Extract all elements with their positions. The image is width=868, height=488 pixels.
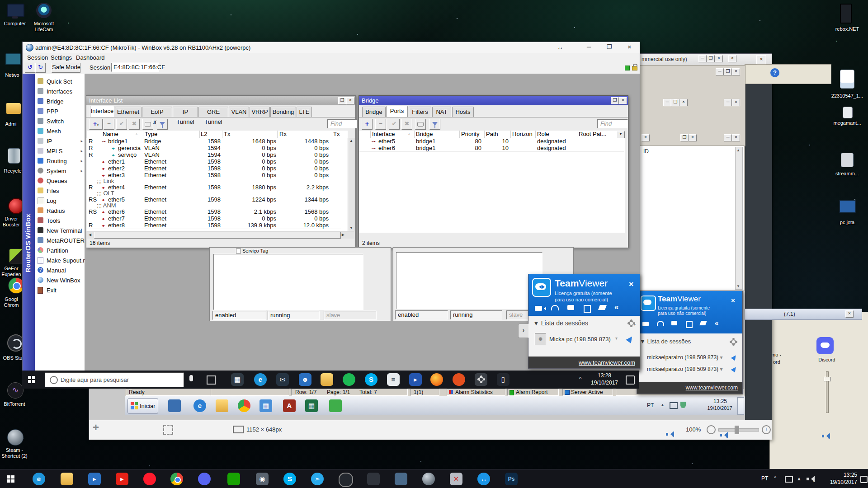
taskbar-icon-skype[interactable]: S	[283, 473, 296, 485]
session-connect-cursor-icon[interactable]	[628, 333, 634, 344]
volume-slider-thumb[interactable]	[824, 377, 831, 381]
desktop-icon-rebox[interactable]: rebox.NET	[828, 3, 866, 35]
safe-mode-button[interactable]: Safe Mode	[52, 63, 80, 73]
help-icon[interactable]: ?	[770, 68, 779, 77]
remote-clock-time[interactable]: 13:28	[591, 372, 618, 379]
bridge-maximize-button[interactable]: ❐	[611, 97, 619, 104]
doc3-min-button[interactable]: ─	[724, 134, 732, 141]
tv-back-gear-icon[interactable]	[731, 339, 736, 346]
table-row[interactable]: ◂▸ether3Ethernet15980 bps0 bps	[87, 172, 341, 179]
inner-close-button[interactable]: ×	[679, 99, 688, 106]
tab-eoip-tunnel[interactable]: EoIP Tunnel	[142, 107, 172, 117]
sidebar-item-routing[interactable]: Routing▸	[35, 156, 85, 166]
sidebar-item-partition[interactable]: Partition	[35, 245, 85, 255]
nms-alarm-report[interactable]: Alarm Report	[507, 389, 559, 396]
remote-app-explorer-icon[interactable]	[321, 373, 333, 386]
pan-tool-icon[interactable]: +	[93, 421, 99, 434]
collapse-panel-icon[interactable]: «	[614, 303, 618, 312]
taskbar-icon-steam[interactable]	[422, 473, 435, 485]
win7-app-icon-green[interactable]	[329, 399, 342, 412]
col-priority[interactable]: Priority (h...	[461, 131, 484, 138]
tv-brush-icon[interactable]	[699, 321, 707, 325]
sidebar-item-queues[interactable]: Queues	[35, 176, 85, 186]
teamviewer-link[interactable]: www.teamviewer.com	[579, 359, 635, 366]
tv-back-session-2[interactable]: mickaelparaizo (198 509 873) ▾	[647, 366, 722, 372]
win7-app-icon-folder[interactable]	[216, 399, 228, 412]
sessions-gear-icon[interactable]: ▾	[629, 320, 636, 327]
remote-app-brave-icon[interactable]	[453, 373, 465, 386]
scroll-up-icon[interactable]: ▲	[736, 148, 740, 152]
stacked-close-button[interactable]: ×	[732, 68, 740, 75]
zoom-in-icon[interactable]: +	[762, 425, 771, 434]
taskbar-icon-youtube[interactable]: ▸	[116, 473, 128, 485]
sidebar-item-new-terminal[interactable]: New Terminal	[35, 225, 85, 235]
undo-button[interactable]: ↺	[25, 63, 35, 73]
taskbar-icon-app2[interactable]	[395, 473, 407, 485]
win7-app-icon-ie[interactable]: e	[193, 399, 206, 412]
win7-tray-up-icon[interactable]: ▲	[660, 403, 665, 407]
tab-bonding[interactable]: Bonding	[270, 107, 296, 117]
bridge-find-box[interactable]: Find	[597, 119, 628, 128]
nms-server-active[interactable]: Server Active	[562, 389, 613, 396]
winbox-close-button[interactable]: ×	[619, 42, 640, 53]
interface-list-titlebar[interactable]: Interface List ❐ ×	[86, 96, 355, 105]
sidebar-item-make-supout[interactable]: Make Supout.rif	[35, 255, 85, 265]
taskbar-icon-libreoffice[interactable]	[227, 473, 240, 485]
taskbar-icon-app1[interactable]	[367, 473, 380, 485]
col-root-path[interactable]: Root Pat...	[579, 131, 615, 138]
tv-back-session-2-cursor-icon[interactable]	[732, 363, 738, 374]
sidebar-item-metarouter[interactable]: MetaROUTER	[35, 235, 85, 245]
win7-clock-date[interactable]: 19/10/2017	[705, 405, 735, 411]
tab-bridge[interactable]: Bridge	[362, 107, 386, 117]
doc-restore-button[interactable]: ❐	[680, 134, 689, 141]
sidebar-item-radius[interactable]: Radius	[35, 206, 85, 216]
redo-button[interactable]: ↻	[35, 63, 46, 73]
tv-close-icon[interactable]: ×	[629, 280, 634, 289]
desktop-icon-streamm[interactable]: streamm...	[826, 152, 868, 180]
tab-hosts[interactable]: Hosts	[452, 107, 474, 117]
menu-settings[interactable]: Settings	[51, 54, 72, 61]
remote-app-people-icon[interactable]: ☻	[299, 373, 311, 386]
col-interface[interactable]: Interface	[372, 131, 406, 138]
win7-app-icon-excel[interactable]: ▦	[305, 399, 318, 412]
tv-back-close-icon[interactable]: ×	[731, 296, 735, 304]
menu-session[interactable]: Session	[27, 54, 48, 61]
winbox-maximize-button[interactable]: ❐	[599, 42, 619, 53]
tv-maximize-button[interactable]: ❐	[707, 55, 715, 62]
dialog-checkbox-fragment[interactable]: Serviço Tag	[242, 248, 268, 253]
seven-one-close-button[interactable]: ×	[845, 310, 854, 318]
remove-button[interactable]: −	[375, 119, 386, 130]
filter-button[interactable]	[157, 119, 168, 130]
win7-app-icon-grid[interactable]: ▦	[259, 399, 272, 412]
volume-slider[interactable]	[823, 370, 831, 414]
remote-tray-chevron-icon[interactable]: ^	[579, 376, 581, 381]
taskbar-icon-explorer[interactable]	[61, 473, 73, 485]
speaker-icon[interactable]: )	[822, 433, 830, 439]
stacked-min-button[interactable]: ─	[716, 68, 724, 75]
remote-notification-icon[interactable]	[626, 375, 635, 385]
sidebar-item-bridge[interactable]: Bridge	[35, 96, 85, 106]
sidebar-item-ppp[interactable]: PPP	[35, 106, 85, 116]
sidebar-item-mesh[interactable]: Mesh	[35, 126, 85, 136]
inner-max-button[interactable]: ❐	[671, 99, 679, 106]
col-horizon[interactable]: Horizon	[512, 131, 535, 138]
tray-signal-icon[interactable]: ▲	[797, 476, 802, 481]
desktop-icon-lifecam[interactable]: Microsoft LifeCam	[29, 2, 59, 34]
taskbar-icon-chrome[interactable]	[170, 473, 183, 485]
remote-app-mail-icon[interactable]: ✉	[276, 373, 289, 386]
sidebar-item-files[interactable]: Files	[35, 186, 85, 196]
sidebar-item-exit[interactable]: Exit	[35, 285, 85, 295]
tab-filters[interactable]: Filters	[409, 107, 431, 117]
remote-app-spotify-icon[interactable]	[343, 373, 355, 386]
tray-chevron-icon[interactable]: ^	[774, 475, 776, 481]
taskbar-icon-telegram[interactable]: ➣	[311, 473, 324, 485]
tv-collapse-icon[interactable]: «	[715, 319, 718, 327]
tab-vrrp[interactable]: VRRP	[250, 107, 270, 117]
sidebar-item-ip[interactable]: IP▸	[35, 136, 85, 146]
bridge-columns-dropdown[interactable]: ▼	[617, 131, 625, 138]
taskbar-icon-obs[interactable]	[339, 473, 353, 487]
far-close-button[interactable]: ×	[756, 55, 766, 64]
sidebar-item-interfaces[interactable]: Interfaces	[35, 86, 85, 96]
comment-button[interactable]	[415, 119, 426, 130]
il-find-box[interactable]: Find	[327, 119, 357, 128]
